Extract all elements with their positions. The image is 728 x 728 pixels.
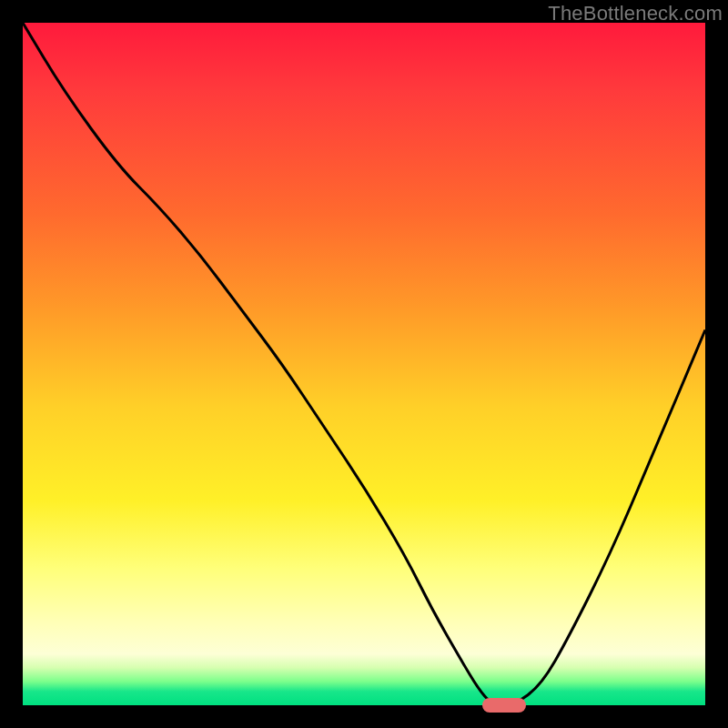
plot-area <box>23 23 705 705</box>
optimum-marker <box>482 698 526 713</box>
chart-frame: TheBottleneck.com <box>0 0 728 728</box>
bottleneck-curve <box>23 23 705 705</box>
curve-path <box>23 23 705 705</box>
